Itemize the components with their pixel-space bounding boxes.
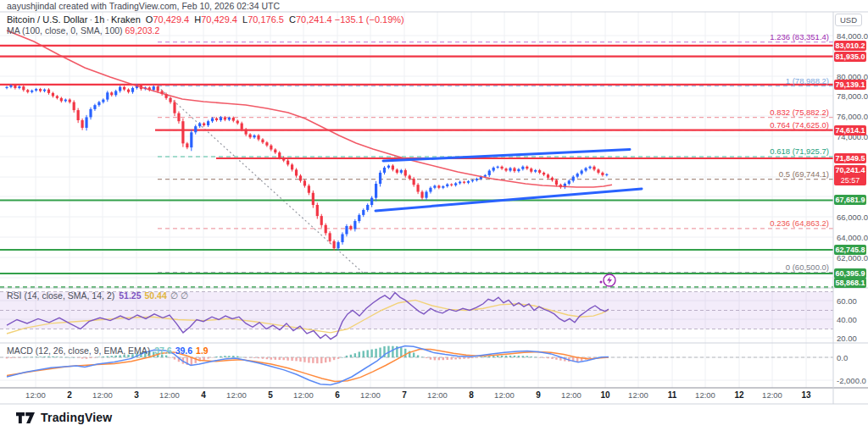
time-axis-label[interactable]: 7	[402, 390, 407, 400]
interval-label[interactable]: 1h	[94, 14, 104, 25]
fib-level-label: 0.832 (75,882.2)	[770, 108, 829, 117]
price-scale-label[interactable]: 64,000.0	[837, 233, 868, 242]
tradingview-snapshot: aayushjindal created with TradingView.co…	[0, 0, 868, 431]
time-axis-label[interactable]: 12	[734, 390, 743, 400]
time-axis-label[interactable]: 9	[536, 390, 541, 400]
macd-value: 39.6	[175, 345, 192, 356]
chart-canvas[interactable]	[0, 0, 868, 431]
time-axis-label[interactable]: 12:00	[360, 390, 381, 400]
price-tag[interactable]: 71,849.5	[834, 153, 866, 163]
time-axis-label[interactable]: 12:00	[427, 390, 448, 400]
fib-level-label: 0.618 (71,925.7)	[770, 146, 829, 156]
ohlc-open-value: 70,429.4	[153, 14, 189, 25]
price-tag[interactable]: 58,868.1	[834, 278, 866, 288]
ohlc-close-value: 70,241.4	[296, 14, 332, 25]
time-axis-label[interactable]: 12:00	[159, 390, 180, 400]
ma-indicator-row: MA (100, close, 0, SMA, 100) 69,203.2	[7, 25, 159, 36]
countdown-timer: 25:57	[834, 175, 866, 185]
time-axis-label[interactable]: 10	[600, 390, 609, 400]
price-tag[interactable]: 62,745.8	[834, 245, 866, 255]
price-tag[interactable]: 81,935.0	[834, 52, 866, 62]
macd-indicator-row: MACD (12, 26, close, 9, EMA, EMA)37.639.…	[7, 345, 209, 356]
time-axis-label[interactable]: 12:00	[226, 390, 247, 400]
macd-hist-value: 37.6	[154, 345, 171, 356]
ma-value: 69,203.2	[125, 25, 159, 36]
ohlc-close-label: C	[289, 14, 296, 25]
fib-level-label: 0.5 (69,744.1)	[779, 169, 829, 179]
price-scale-label[interactable]: 20.00	[837, 334, 857, 343]
ohlc-low-value: 70,176.5	[248, 14, 284, 25]
price-tag[interactable]: 83,010.2	[834, 41, 866, 51]
time-axis-label[interactable]: 12:00	[494, 390, 515, 400]
time-axis-label[interactable]: 2	[67, 390, 72, 400]
time-axis-label[interactable]: 12:00	[25, 390, 46, 400]
time-axis-label[interactable]: 12:00	[293, 390, 314, 400]
rsi-indicator-row: RSI (14, close, SMA, 14, 2)51.2550.44∅ ∅	[7, 290, 188, 301]
macd-label[interactable]: MACD (12, 26, close, 9, EMA, EMA)	[7, 345, 150, 356]
rsi-label[interactable]: RSI (14, close, SMA, 14, 2)	[7, 290, 114, 301]
rsi-ma-value: 50.44	[145, 290, 167, 301]
price-scale-label[interactable]: 76,000.0	[837, 112, 868, 121]
macd-signal-value: 1.9	[196, 345, 209, 356]
price-tag[interactable]: 79,139.1	[834, 80, 866, 90]
currency-chip[interactable]: USD	[835, 14, 862, 26]
price-tag[interactable]: 74,614.1	[834, 125, 866, 135]
time-axis-label[interactable]: 13	[801, 390, 810, 400]
price-scale-label[interactable]: 66,000.0	[837, 213, 868, 222]
ohlc-high-value: 70,429.4	[201, 14, 237, 25]
time-axis-label[interactable]: 12:00	[762, 390, 782, 400]
tradingview-logo-text: TradingView	[41, 411, 112, 424]
rsi-extra: ∅ ∅	[170, 290, 188, 301]
price-scale-label[interactable]: -2,000.0	[837, 376, 866, 385]
price-scale-label[interactable]: 40.00	[837, 315, 857, 324]
attribution-text: aayushjindal created with TradingView.co…	[7, 1, 280, 11]
fib-level-label: 1 (78,988.2)	[786, 76, 829, 86]
price-scale-label[interactable]: 0.0	[837, 353, 848, 362]
ohlc-high-label: H	[194, 14, 201, 25]
fib-level-label: 0 (60,500.0)	[786, 262, 829, 272]
time-axis-label[interactable]: 12:00	[628, 390, 648, 400]
time-axis-label[interactable]: 8	[469, 390, 474, 400]
tradingview-logo[interactable]: TradingView	[15, 411, 112, 424]
symbol-title[interactable]: Bitcoin / U.S. Dollar	[7, 14, 87, 25]
time-axis-label[interactable]: 12:00	[695, 390, 715, 400]
price-scale-label[interactable]: 84,000.0	[837, 31, 868, 41]
exchange-label: Kraken	[111, 14, 141, 25]
price-tag[interactable]: 70,241.425:57	[834, 165, 866, 185]
time-axis-label[interactable]: 5	[268, 390, 273, 400]
time-axis-label[interactable]: 12:00	[92, 390, 113, 400]
time-axis-label[interactable]: 6	[335, 390, 340, 400]
ma-label[interactable]: MA (100, close, 0, SMA, 100)	[7, 25, 123, 36]
fib-level-label: 1.236 (83,351.4)	[770, 32, 829, 41]
fib-level-label: 0.764 (74,625.0)	[770, 120, 829, 130]
time-axis-label[interactable]: 4	[201, 390, 206, 400]
symbol-row: Bitcoin / U.S. Dollar·1h·KrakenO70,429.4…	[7, 14, 404, 25]
time-axis-label[interactable]: 12:00	[561, 390, 581, 400]
time-axis-label[interactable]: 11	[668, 390, 677, 400]
fib-level-label: 0.236 (64,863.2)	[770, 218, 829, 228]
time-axis-label[interactable]: 3	[134, 390, 139, 400]
change-value: −135.1 (−0.19%)	[335, 14, 404, 25]
price-scale-label[interactable]: 78,000.0	[837, 91, 868, 101]
tradingview-logo-icon	[15, 412, 36, 424]
price-scale-label[interactable]: 60.00	[837, 296, 857, 306]
price-tag[interactable]: 67,681.9	[834, 195, 866, 205]
rsi-value: 51.25	[119, 290, 141, 301]
